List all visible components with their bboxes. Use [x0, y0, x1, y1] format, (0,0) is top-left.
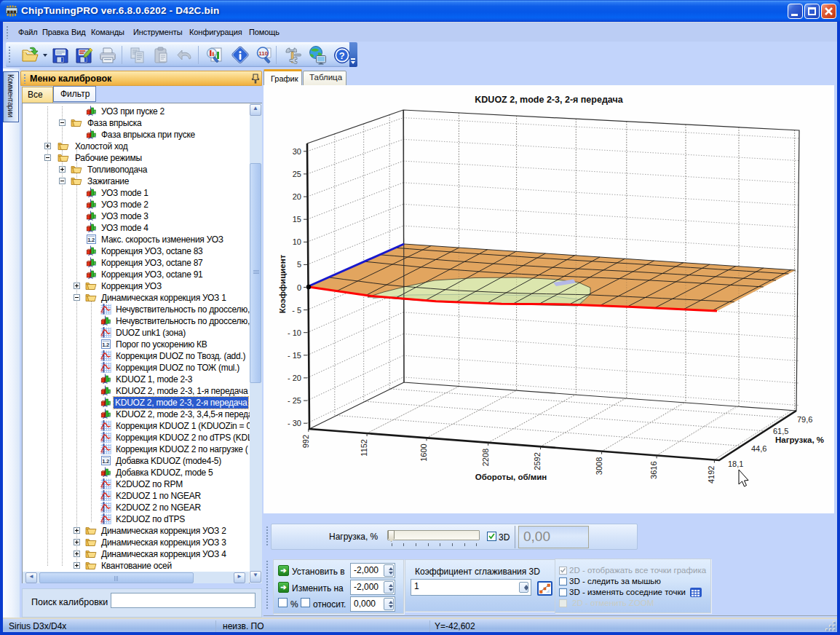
svg-text:61,5: 61,5 [773, 427, 788, 435]
svg-text:- 20: - 20 [288, 374, 301, 382]
svg-text:1152: 1152 [360, 439, 368, 457]
svg-text:1600: 1600 [419, 443, 428, 461]
svg-text:- 15: - 15 [288, 351, 301, 360]
svg-text:2592: 2592 [534, 452, 542, 470]
svg-text:?: ? [339, 50, 345, 61]
svg-text:- 25: - 25 [288, 396, 301, 405]
svg-text:79,6: 79,6 [797, 415, 812, 424]
svg-text:1.2: 1.2 [102, 458, 109, 465]
svg-text:0: 0 [297, 283, 301, 292]
svg-text:Коэффициент: Коэффициент [278, 254, 287, 313]
svg-text:10: 10 [293, 237, 301, 246]
svg-text:20: 20 [293, 192, 301, 201]
svg-text:KDUOZ 2, mode 2-3, 2-я передач: KDUOZ 2, mode 2-3, 2-я передача [475, 95, 623, 105]
svg-text:44,6: 44,6 [751, 444, 766, 453]
svg-text:1.2: 1.2 [87, 237, 95, 243]
svg-text:15: 15 [293, 215, 301, 224]
svg-text:18,1: 18,1 [728, 460, 743, 468]
svg-text:- 5: - 5 [292, 306, 301, 315]
svg-text:110: 110 [258, 50, 268, 57]
svg-text:1.2: 1.2 [102, 342, 109, 348]
svg-text:- 10: - 10 [288, 328, 301, 337]
svg-text:30: 30 [293, 147, 301, 156]
svg-text:Нагрузка, %: Нагрузка, % [775, 435, 824, 444]
svg-text:Обороты, об/мин: Обороты, об/мин [475, 473, 547, 481]
svg-text:25: 25 [293, 170, 301, 178]
svg-text:- 30: - 30 [288, 419, 301, 427]
svg-text:4192: 4192 [707, 466, 716, 484]
svg-text:5: 5 [297, 260, 301, 269]
svg-text:2208: 2208 [481, 449, 490, 466]
svg-text:3008: 3008 [595, 457, 603, 475]
svg-text:992: 992 [301, 435, 310, 448]
svg-text:3616: 3616 [649, 461, 658, 478]
